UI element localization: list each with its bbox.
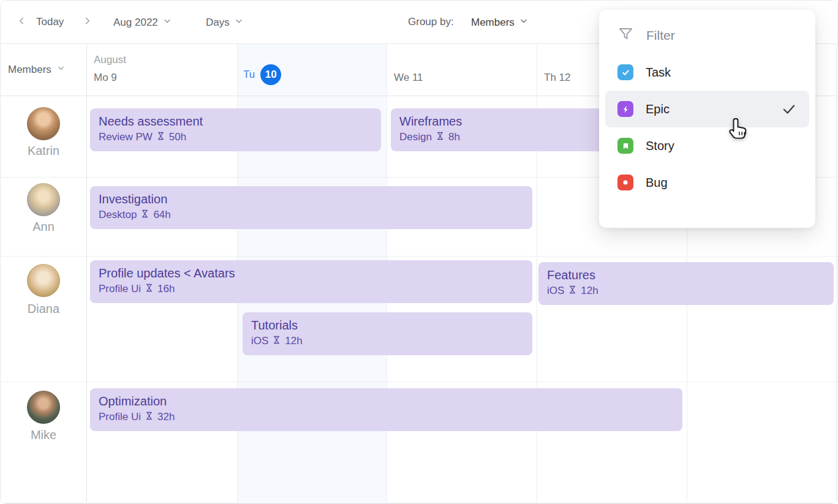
task-bar[interactable]: Profile updates < Avatars Profile Ui 16h <box>90 260 532 303</box>
task-bar[interactable]: Features iOS 12h <box>538 262 834 305</box>
avatar <box>27 264 60 297</box>
today-button[interactable]: Today <box>36 16 64 28</box>
filter-panel-header: Filter <box>605 15 809 54</box>
filter-item-label: Story <box>646 139 674 153</box>
task-title: Optimization <box>99 394 675 408</box>
row-divider <box>1 382 837 382</box>
member-name: Mike <box>1 428 86 442</box>
scale-dropdown[interactable]: Days <box>206 15 244 29</box>
member-name: Ann <box>1 220 86 234</box>
task-title: Tutorials <box>251 318 525 333</box>
task-project: Desktop <box>99 209 137 221</box>
story-type-icon <box>617 138 633 154</box>
day-header-tu10: Tu 10 <box>243 64 281 85</box>
task-title: Features <box>547 268 826 282</box>
task-project: iOS <box>251 335 268 347</box>
chevron-right-icon <box>82 15 93 29</box>
hourglass-icon <box>437 131 444 143</box>
filter-item-epic[interactable]: Epic <box>605 91 809 127</box>
month-name-label: August <box>94 54 126 66</box>
filter-item-task[interactable]: Task <box>605 54 809 91</box>
hourglass-icon <box>146 283 153 295</box>
task-title: Investigation <box>99 192 525 206</box>
bug-type-icon <box>617 175 633 190</box>
today-date-badge: 10 <box>260 64 281 85</box>
task-project: Design <box>399 131 432 143</box>
check-icon <box>781 101 797 117</box>
column-divider <box>836 43 837 502</box>
members-header-dropdown[interactable]: Members <box>8 64 66 76</box>
grid-bottom-divider <box>1 503 837 503</box>
filter-item-bug[interactable]: Bug <box>605 164 809 201</box>
cursor-hand-icon <box>727 116 752 144</box>
avatar <box>27 391 60 424</box>
hourglass-icon <box>569 285 576 297</box>
hourglass-icon <box>142 209 148 221</box>
task-bar[interactable]: Tutorials iOS 12h <box>243 312 532 355</box>
day-header-th12: Th 12 <box>544 72 570 84</box>
chevron-down-icon <box>519 17 529 29</box>
task-bar[interactable]: Investigation Desktop 64h <box>90 186 532 229</box>
task-hours: 64h <box>153 209 170 221</box>
hourglass-icon <box>157 131 164 143</box>
hourglass-icon <box>273 335 280 347</box>
chevron-down-icon <box>234 17 244 29</box>
filter-item-label: Task <box>646 66 671 80</box>
day-header-we11: We 11 <box>394 72 423 84</box>
hourglass-icon <box>146 411 153 423</box>
task-project: Profile Ui <box>99 411 141 423</box>
group-by-dropdown[interactable]: Members <box>471 15 529 29</box>
task-hours: 16h <box>157 283 175 295</box>
task-project: iOS <box>547 285 564 297</box>
filter-item-story[interactable]: Story <box>605 127 809 164</box>
task-bar[interactable]: Optimization Profile Ui 32h <box>90 388 682 431</box>
filter-title: Filter <box>646 28 675 43</box>
task-project: Profile Ui <box>99 283 141 295</box>
day-header-mo9: Mo 9 <box>94 72 117 84</box>
task-hours: 50h <box>169 131 186 143</box>
member-name: Diana <box>1 302 86 316</box>
chevron-left-icon <box>16 15 27 29</box>
task-project: Review PW <box>99 131 153 143</box>
prev-button[interactable] <box>14 15 29 29</box>
members-column-divider <box>86 43 87 502</box>
task-hours: 8h <box>448 131 460 143</box>
avatar <box>27 183 60 216</box>
member-name: Katrin <box>1 144 86 158</box>
task-hours: 32h <box>157 411 175 423</box>
task-bar[interactable]: Needs assessment Review PW 50h <box>90 108 381 151</box>
avatar <box>27 107 60 140</box>
task-hours: 12h <box>581 285 598 297</box>
task-title: Needs assessment <box>99 115 374 129</box>
funnel-icon <box>617 26 634 45</box>
chevron-down-icon <box>56 64 66 76</box>
filter-item-label: Bug <box>646 176 668 190</box>
next-button[interactable] <box>80 15 95 29</box>
task-hours: 12h <box>285 335 302 347</box>
month-dropdown[interactable]: Aug 2022 <box>113 15 172 29</box>
chevron-down-icon <box>162 17 172 29</box>
task-type-icon <box>617 64 633 80</box>
scheduler-app: Today Aug 2022 Days Group by: Members <box>0 0 838 504</box>
filter-item-label: Epic <box>646 102 670 116</box>
filter-panel: Filter Task Epic Story <box>599 10 815 228</box>
epic-type-icon <box>617 101 633 117</box>
task-title: Profile updates < Avatars <box>99 266 525 280</box>
group-by-label: Group by: <box>408 16 454 28</box>
row-divider <box>1 256 837 257</box>
